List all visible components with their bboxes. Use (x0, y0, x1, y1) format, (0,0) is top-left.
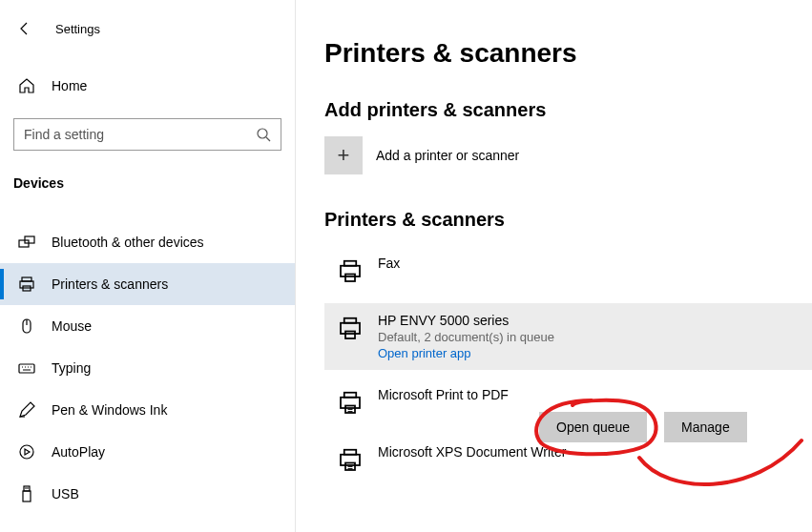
autoplay-icon (17, 442, 36, 461)
nav-item-label: Pen & Windows Ink (52, 402, 167, 418)
plus-icon: + (338, 143, 350, 168)
nav-item-label: USB (52, 486, 79, 501)
nav-item-bluetooth[interactable]: Bluetooth & other devices (0, 221, 295, 263)
sidebar-category: Devices (0, 158, 295, 200)
usb-icon (17, 484, 36, 503)
printer-name: Fax (378, 256, 400, 271)
printer-icon (336, 446, 364, 475)
nav-item-label: AutoPlay (52, 444, 105, 460)
open-queue-button[interactable]: Open queue (539, 412, 647, 442)
svg-rect-9 (19, 364, 34, 373)
keyboard-icon (17, 358, 36, 378)
nav-item-mouse[interactable]: Mouse (0, 305, 295, 347)
nav-item-autoplay[interactable]: AutoPlay (0, 431, 295, 473)
printer-name: Microsoft Print to PDF (378, 387, 509, 402)
printer-name: Microsoft XPS Document Writer (378, 444, 566, 460)
search-input[interactable] (14, 119, 281, 150)
pen-icon (17, 400, 36, 419)
manage-button[interactable]: Manage (664, 412, 747, 442)
printer-row-fax[interactable]: Fax (324, 246, 812, 296)
nav-item-typing[interactable]: Typing (0, 347, 295, 389)
nav-item-usb[interactable]: USB (0, 473, 295, 515)
nav-home[interactable]: Home (0, 65, 295, 107)
main-content: Printers & scanners Add printers & scann… (296, 0, 812, 532)
printer-status: Default, 2 document(s) in queue (378, 330, 554, 344)
printer-row-hp-envy[interactable]: HP ENVY 5000 series Default, 2 document(… (324, 303, 812, 370)
svg-line-1 (266, 137, 270, 141)
nav-item-label: Bluetooth & other devices (52, 235, 204, 250)
svg-rect-5 (20, 281, 33, 288)
svg-rect-22 (345, 275, 355, 282)
nav-item-label: Mouse (52, 318, 92, 334)
devices-icon (17, 233, 36, 252)
printer-name: HP ENVY 5000 series (378, 313, 554, 328)
search-box[interactable] (13, 118, 281, 151)
printer-icon (336, 257, 364, 286)
svg-point-15 (20, 445, 33, 459)
svg-rect-4 (22, 277, 31, 281)
nav-list: Bluetooth & other devices Printers & sca… (0, 221, 295, 515)
printer-actions: Open queue Manage (539, 412, 747, 442)
printers-section-title: Printers & scanners (324, 209, 812, 231)
printer-icon (336, 389, 364, 418)
add-printer-label: Add a printer or scanner (376, 148, 519, 163)
add-tile: + (324, 136, 363, 174)
svg-point-0 (258, 129, 267, 138)
add-section-title: Add printers & scanners (324, 99, 812, 121)
page-title: Printers & scanners (324, 38, 812, 69)
add-printer-row[interactable]: + Add a printer or scanner (324, 136, 812, 174)
app-title: Settings (55, 22, 100, 36)
open-printer-app-link[interactable]: Open printer app (378, 346, 554, 360)
svg-rect-25 (345, 332, 355, 339)
nav-home-label: Home (52, 78, 87, 93)
home-icon (17, 76, 36, 95)
nav-item-printers[interactable]: Printers & scanners (0, 263, 295, 305)
printer-icon (336, 315, 364, 343)
nav-item-pen[interactable]: Pen & Windows Ink (0, 389, 295, 431)
search-icon (256, 127, 271, 142)
printer-icon (17, 275, 36, 294)
back-icon[interactable] (17, 21, 32, 36)
svg-rect-16 (24, 486, 30, 491)
nav-item-label: Typing (52, 360, 91, 376)
mouse-icon (17, 317, 36, 336)
title-bar: Settings (0, 10, 295, 48)
svg-rect-17 (23, 491, 31, 501)
nav-item-label: Printers & scanners (52, 276, 168, 292)
sidebar: Settings Home Devices Bluetooth & other … (0, 0, 296, 532)
